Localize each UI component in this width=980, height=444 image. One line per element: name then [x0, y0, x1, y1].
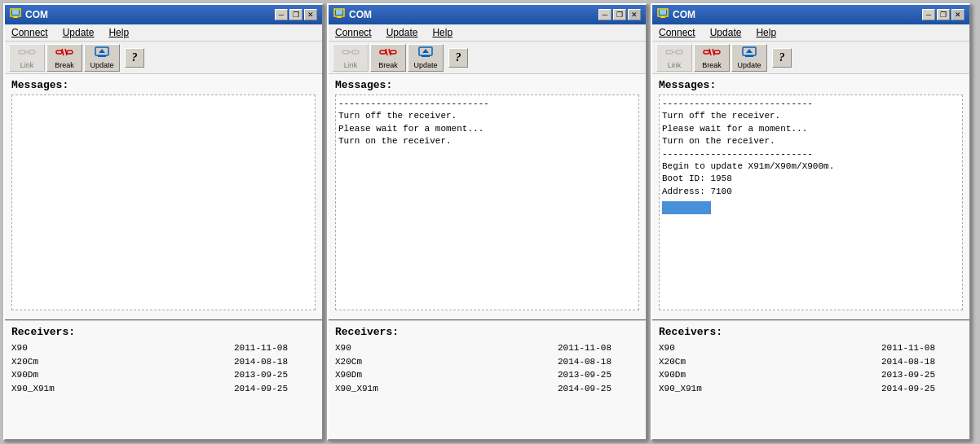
restore-button[interactable]: ❐: [937, 9, 950, 20]
messages-section: Messages:----------------------------Tur…: [329, 74, 646, 321]
window-window3: COM─❐✕ConnectUpdateHelp Link Break: [651, 3, 971, 441]
message-line: ----------------------------: [662, 148, 960, 160]
menu-item-connect[interactable]: Connect: [656, 26, 699, 39]
receiver-date: 2011-11-08: [558, 341, 639, 355]
title-bar: COM─❐✕: [652, 5, 969, 24]
close-button[interactable]: ✕: [628, 9, 641, 20]
close-button[interactable]: ✕: [951, 9, 965, 20]
menu-item-connect[interactable]: Connect: [332, 26, 375, 39]
receiver-row: X90_X91m2014-09-25: [659, 382, 963, 396]
receivers-title: Receivers:: [335, 326, 639, 338]
link-icon: [665, 46, 683, 60]
title-controls: ─❐✕: [922, 9, 965, 20]
svg-rect-19: [352, 51, 359, 54]
help-button[interactable]: ?: [772, 48, 792, 68]
break-button[interactable]: Break: [370, 44, 406, 72]
svg-marker-41: [746, 49, 753, 53]
receivers-section: Receivers:X902011-11-08X20Cm2014-08-18X9…: [652, 321, 969, 439]
receiver-row: X20Cm2014-08-18: [11, 355, 316, 369]
message-line: Begin to update X91m/X90m/X900m.: [662, 160, 960, 173]
close-button[interactable]: ✕: [304, 9, 317, 20]
menu-item-help[interactable]: Help: [105, 26, 132, 39]
progress-bar: [662, 201, 711, 214]
menu-item-help[interactable]: Help: [429, 26, 456, 39]
receiver-date: 2013-09-25: [234, 368, 316, 382]
menu-item-update[interactable]: Update: [383, 26, 422, 39]
update-button[interactable]: Update: [84, 44, 120, 72]
help-icon: ?: [779, 51, 785, 64]
menu-item-update[interactable]: Update: [707, 26, 745, 39]
link-button[interactable]: Link: [9, 44, 45, 72]
update-button[interactable]: Update: [408, 44, 444, 72]
svg-marker-13: [99, 49, 105, 53]
receiver-date: 2014-09-25: [881, 382, 963, 396]
main-content: Messages:Receivers:X902011-11-08X20Cm201…: [5, 74, 322, 439]
link-icon: [18, 46, 36, 60]
message-line: Please wait for a moment...: [338, 123, 636, 135]
menu-item-connect[interactable]: Connect: [8, 26, 51, 39]
svg-line-9: [62, 49, 64, 55]
update-button[interactable]: Update: [731, 44, 767, 72]
receiver-row: X90_X91m2014-09-25: [11, 382, 316, 396]
update-icon: [417, 46, 435, 60]
receiver-name: X20Cm: [659, 355, 740, 369]
svg-rect-30: [661, 16, 664, 17]
help-icon: ?: [132, 51, 138, 64]
link-button[interactable]: Link: [333, 44, 369, 72]
link-label: Link: [668, 61, 682, 69]
svg-line-23: [386, 49, 387, 55]
svg-rect-17: [337, 17, 342, 18]
break-button[interactable]: Break: [46, 44, 82, 72]
title-text: COM: [349, 9, 372, 20]
receiver-date: 2014-08-18: [234, 355, 316, 369]
help-button[interactable]: ?: [448, 48, 468, 68]
svg-rect-21: [380, 51, 386, 54]
svg-rect-33: [676, 51, 682, 54]
update-label: Update: [413, 61, 437, 69]
receiver-row: X20Cm2014-08-18: [659, 355, 963, 369]
break-button[interactable]: Break: [694, 44, 730, 72]
menu-bar: ConnectUpdateHelp: [652, 24, 969, 42]
receiver-row: X90Dm2013-09-25: [11, 368, 316, 382]
receivers-section: Receivers:X902011-11-08X20Cm2014-08-18X9…: [329, 321, 646, 439]
title-bar-left: COM: [333, 8, 372, 22]
toolbar: Link Break Update ?: [329, 42, 646, 74]
minimize-button[interactable]: ─: [598, 9, 611, 20]
help-button[interactable]: ?: [125, 48, 144, 68]
link-icon: [342, 46, 360, 60]
messages-title: Messages:: [335, 79, 639, 91]
svg-marker-27: [422, 49, 429, 53]
receiver-row: X90Dm2013-09-25: [659, 368, 963, 382]
restore-button[interactable]: ❐: [613, 9, 626, 20]
message-box: ----------------------------Turn off the…: [335, 95, 639, 310]
restore-button[interactable]: ❐: [289, 9, 302, 20]
receiver-date: 2014-08-18: [558, 355, 639, 369]
menu-bar: ConnectUpdateHelp: [5, 24, 322, 42]
main-content: Messages:----------------------------Tur…: [329, 74, 646, 439]
svg-rect-12: [98, 55, 106, 57]
svg-rect-1: [12, 10, 19, 15]
receiver-row: X902011-11-08: [659, 341, 963, 355]
link-button[interactable]: Link: [656, 44, 692, 72]
message-line: Turn off the receiver.: [338, 110, 636, 122]
break-icon: [55, 46, 73, 60]
svg-rect-8: [67, 51, 73, 54]
monitor-icon: [333, 8, 345, 22]
break-icon: [379, 46, 397, 60]
receiver-row: X902011-11-08: [335, 341, 639, 355]
receiver-date: 2011-11-08: [881, 341, 963, 355]
link-label: Link: [20, 61, 34, 69]
link-label: Link: [344, 61, 358, 69]
receiver-date: 2011-11-08: [234, 341, 316, 355]
receiver-row: X20Cm2014-08-18: [335, 355, 639, 369]
receivers-title: Receivers:: [11, 326, 316, 338]
title-text: COM: [25, 9, 48, 20]
receiver-name: X90: [335, 341, 417, 355]
menu-item-update[interactable]: Update: [60, 26, 98, 39]
help-icon: ?: [456, 51, 461, 64]
receiver-name: X90_X91m: [659, 382, 740, 396]
minimize-button[interactable]: ─: [922, 9, 935, 20]
menu-item-help[interactable]: Help: [753, 26, 779, 39]
message-line: Turn on the receiver.: [662, 135, 960, 147]
minimize-button[interactable]: ─: [275, 9, 288, 20]
